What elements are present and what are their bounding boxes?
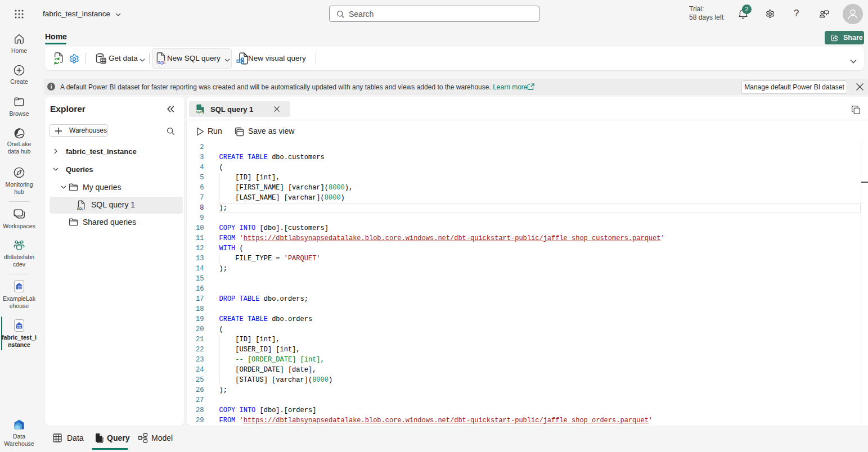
svg-text:SQL: SQL (196, 110, 203, 114)
svg-text:SQL: SQL (158, 61, 166, 65)
